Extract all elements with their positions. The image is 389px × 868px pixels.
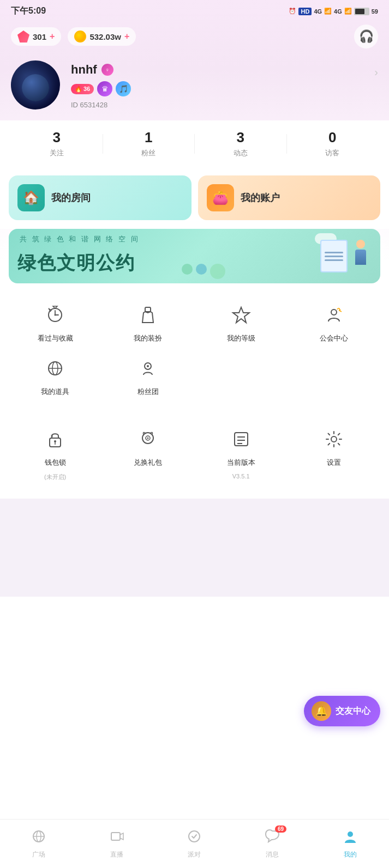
- crown-icon: ♛: [101, 84, 109, 93]
- messages-badge: 69: [275, 825, 286, 833]
- guild-icon: [320, 301, 348, 329]
- nav-item-live[interactable]: 直播: [78, 823, 156, 865]
- live-label: 直播: [110, 850, 123, 859]
- history-label: 看过与收藏: [38, 333, 73, 343]
- hd-badge: HD: [298, 8, 312, 15]
- profile-info: hnhf ♀ 🔥 36 ♛ 🎵 ID 6531428: [71, 60, 363, 109]
- bubble-3: [210, 264, 225, 279]
- fangroup-label: 粉丝团: [137, 387, 159, 397]
- nav-item-plaza[interactable]: 广场: [0, 823, 78, 865]
- plaza-icon: [31, 829, 46, 848]
- menu-grid: 看过与收藏 我的装扮 我的等级: [9, 301, 380, 397]
- diamond-plus-button[interactable]: +: [50, 32, 55, 41]
- headset-button[interactable]: 🎧: [354, 25, 378, 48]
- plaza-label: 广场: [32, 850, 45, 859]
- quick-actions: 🏠 我的房间 👛 我的账户: [0, 167, 389, 229]
- status-time: 下午5:09: [11, 5, 46, 17]
- live-icon: [109, 829, 124, 848]
- level-badge: 🔥 36: [71, 84, 94, 94]
- posts-count: 3: [237, 129, 244, 146]
- gift-label: 兑换礼包: [134, 458, 162, 468]
- account-label: 我的账户: [241, 191, 280, 204]
- tools-label: 我的道具: [41, 387, 69, 397]
- menu-item-gift[interactable]: 兑换礼包: [101, 425, 194, 481]
- version-label: 当前版本: [227, 458, 255, 468]
- tools-icon: [41, 354, 69, 383]
- floating-bell-icon: 🔔: [312, 701, 331, 721]
- profile-section: hnhf ♀ 🔥 36 ♛ 🎵 ID 6531428 ›: [0, 55, 389, 120]
- person-body: [355, 250, 366, 265]
- banner-decoration: [320, 240, 369, 272]
- banner-bubbles: [182, 264, 225, 279]
- menu-item-history[interactable]: 看过与收藏: [9, 301, 101, 343]
- nav-item-party[interactable]: 派对: [155, 823, 234, 865]
- banner-book: [320, 240, 348, 272]
- wallet-icon: 👛: [212, 190, 229, 205]
- house-icon: 🏠: [23, 190, 39, 205]
- posts-label: 动态: [234, 148, 248, 158]
- user-id: ID 6531428: [71, 101, 363, 109]
- bottom-menu-section: ¥ 钱包锁 (未开启) 兑换礼包: [0, 414, 389, 492]
- version-icon: [227, 425, 255, 453]
- badge-number: 36: [83, 86, 90, 92]
- fangroup-icon: [134, 354, 162, 383]
- menu-item-tools[interactable]: 我的道具: [9, 354, 101, 397]
- guild-label: 公会中心: [320, 333, 348, 343]
- menu-item-dress[interactable]: 我的装扮: [101, 301, 194, 343]
- book-line-1: [325, 252, 343, 253]
- messages-label: 消息: [266, 850, 279, 859]
- stat-posts[interactable]: 3 动态: [195, 129, 286, 158]
- dress-label: 我的装扮: [134, 333, 162, 343]
- book-line-3: [325, 259, 343, 261]
- my-room-card[interactable]: 🏠 我的房间: [9, 175, 191, 220]
- menu-item-fangroup[interactable]: 粉丝团: [101, 354, 194, 397]
- follow-count: 3: [53, 129, 61, 146]
- banner[interactable]: 共 筑 绿 色 和 谐 网 络 空 间 绿色文明公约: [9, 229, 380, 283]
- menu-grid-section: 看过与收藏 我的装扮 我的等级: [0, 290, 389, 408]
- stats-row: 3 关注 1 粉丝 3 动态 0 访客: [0, 120, 389, 167]
- signal2: 4G: [334, 8, 342, 15]
- svg-text:¥: ¥: [50, 434, 53, 439]
- nav-item-messages[interactable]: 69 消息: [234, 823, 312, 865]
- svg-point-2: [331, 309, 337, 315]
- headset-icon: 🎧: [359, 29, 374, 44]
- menu-item-wallet-lock[interactable]: ¥ 钱包锁 (未开启): [9, 425, 101, 481]
- wallet-lock-sublabel: (未开启): [44, 473, 66, 481]
- menu-item-level[interactable]: 我的等级: [195, 301, 288, 343]
- bottom-menu-grid: ¥ 钱包锁 (未开启) 兑换礼包: [9, 425, 380, 481]
- menu-item-version[interactable]: 当前版本 V3.5.1: [195, 425, 288, 481]
- coin-plus-button[interactable]: +: [124, 32, 129, 41]
- social-center-button[interactable]: 🔔 交友中心: [304, 696, 380, 726]
- diamond-currency[interactable]: 301 +: [11, 27, 61, 46]
- signal1: 4G: [314, 8, 322, 15]
- bubble-1: [182, 264, 193, 275]
- mine-icon: [343, 829, 358, 848]
- settings-icon: [320, 425, 348, 453]
- wallet-lock-label: 钱包锁: [45, 458, 66, 468]
- menu-item-settings[interactable]: 设置: [288, 425, 380, 481]
- content-area: [0, 499, 389, 597]
- svg-point-13: [147, 438, 149, 439]
- nav-item-mine[interactable]: 我的: [311, 823, 389, 865]
- menu-item-guild[interactable]: 公会中心: [288, 301, 380, 343]
- gift-icon: [134, 425, 162, 453]
- svg-rect-22: [111, 833, 120, 840]
- stat-follow[interactable]: 3 关注: [11, 129, 103, 158]
- svg-point-7: [147, 365, 149, 367]
- badges-row: 🔥 36 ♛ 🎵: [71, 81, 363, 96]
- verified-icon: ♀: [105, 66, 110, 73]
- music-icon: 🎵: [119, 84, 128, 93]
- room-icon: 🏠: [17, 184, 45, 211]
- stat-visitors[interactable]: 0 访客: [287, 129, 379, 158]
- messages-icon: 69: [265, 829, 280, 848]
- bottom-nav: 广场 直播 派对 69 消息: [0, 819, 389, 868]
- honor-badge: ♛: [97, 81, 112, 96]
- flame-icon: 🔥: [75, 86, 82, 93]
- avatar[interactable]: [11, 60, 60, 110]
- my-account-card[interactable]: 👛 我的账户: [198, 175, 381, 220]
- level-icon: [227, 301, 255, 329]
- coin-currency[interactable]: 532.03w +: [68, 27, 136, 46]
- signal-bars1: 📶: [324, 8, 332, 15]
- stat-fans[interactable]: 1 粉丝: [103, 129, 195, 158]
- profile-chevron[interactable]: ›: [374, 60, 378, 78]
